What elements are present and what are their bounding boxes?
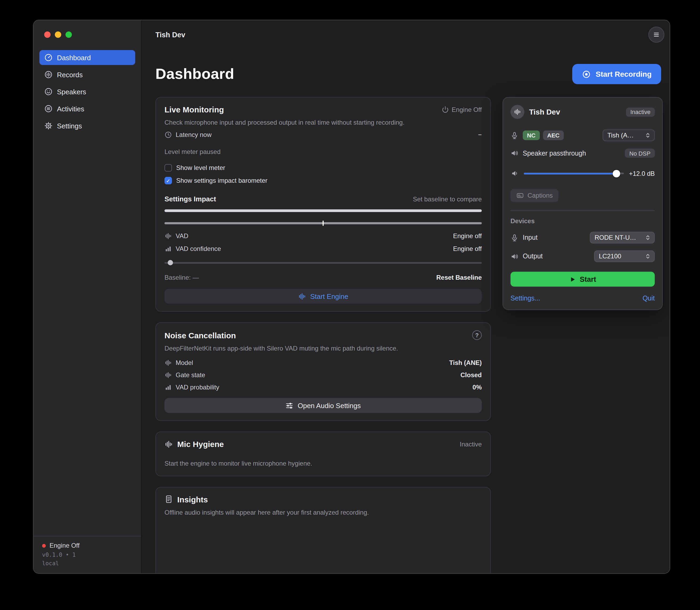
zoom-window-button[interactable]	[65, 31, 72, 38]
sidebar-item-label: Records	[57, 70, 83, 79]
aec-toggle[interactable]: AEC	[543, 130, 564, 140]
clock-icon	[165, 131, 172, 139]
vad-confidence-row: VAD confidence Engine off	[165, 245, 482, 253]
minimize-window-button[interactable]	[55, 31, 61, 38]
settings-impact-title: Settings Impact	[165, 195, 216, 203]
sidebar-item-settings[interactable]: Settings	[39, 118, 135, 133]
impact-meter-tick	[322, 221, 324, 226]
vad-confidence-label: VAD confidence	[176, 245, 221, 253]
close-window-button[interactable]	[44, 31, 51, 38]
gain-row: +12.0 dB	[511, 170, 655, 177]
sidebar-item-speakers[interactable]: Speakers	[39, 84, 135, 99]
passthrough-row: Speaker passthrough No DSP	[511, 149, 655, 158]
sidebar-item-activities[interactable]: Activities	[39, 101, 135, 116]
reset-baseline-button[interactable]: Reset Baseline	[436, 274, 482, 281]
waveform-icon	[165, 372, 172, 379]
window-title: Tish Dev	[155, 31, 185, 38]
latency-value: −	[478, 131, 482, 139]
waveform-icon	[165, 359, 172, 367]
device-panel: Tish Dev Inactive NC AEC Tish (A…	[502, 97, 663, 310]
panel-divider	[511, 210, 655, 211]
chevron-up-down-icon	[645, 235, 651, 241]
start-engine-button[interactable]: Start Engine	[165, 289, 482, 304]
vad-confidence-value: Engine off	[453, 245, 482, 253]
model-row: Model Tish (ANE)	[165, 359, 482, 367]
vad-value: Engine off	[453, 232, 482, 240]
level-meter-status: Level meter paused	[165, 148, 482, 156]
gate-state-row: Gate state Closed	[165, 372, 482, 379]
output-device-select[interactable]: LC2100	[594, 251, 655, 262]
person-circle-icon	[44, 87, 53, 96]
dsp-toggle-row: NC AEC Tish (A…	[511, 129, 655, 141]
device-panel-title: Tish Dev	[529, 108, 560, 116]
slider-knob[interactable]	[168, 260, 173, 265]
vad-probability-value: 0%	[472, 384, 482, 391]
help-icon[interactable]: ?	[472, 330, 482, 340]
sidebar-toggle-icon[interactable]	[124, 30, 134, 40]
sidebar-item-label: Activities	[57, 105, 84, 113]
live-monitoring-card: Live Monitoring Engine Off Check microph…	[155, 97, 491, 312]
main-area: Tish Dev Dashboard Start Recording	[141, 20, 670, 573]
captions-button[interactable]: Captions	[511, 189, 559, 202]
gain-slider[interactable]	[524, 170, 623, 177]
nc-toggle[interactable]: NC	[523, 130, 540, 140]
vad-confidence-slider[interactable]	[165, 260, 482, 265]
insights-card: Insights Offline audio insights will app…	[155, 487, 491, 574]
settings-link[interactable]: Settings...	[511, 294, 540, 302]
mic-hygiene-card: Mic Hygiene Inactive Start the engine to…	[155, 432, 491, 476]
captions-icon	[516, 192, 524, 199]
insights-description: Offline audio insights will appear here …	[165, 508, 482, 516]
waveform-icon	[298, 292, 306, 300]
app-window: Dashboard Records Speakers Activities Se…	[33, 20, 670, 574]
open-audio-settings-button[interactable]: Open Audio Settings	[165, 398, 482, 413]
vad-row: VAD Engine off	[165, 232, 482, 240]
environment-label: local	[42, 560, 133, 566]
output-device-row: Output LC2100	[511, 251, 655, 262]
sliders-icon	[285, 402, 293, 410]
input-device-row: Input RODE NT-U…	[511, 232, 655, 243]
waveform-icon	[165, 440, 173, 449]
show-level-meter-checkbox[interactable]	[165, 164, 172, 172]
sidebar-item-label: Settings	[57, 122, 82, 130]
set-baseline-hint: Set baseline to compare	[413, 195, 482, 203]
gauge-icon	[44, 53, 53, 62]
devices-section-label: Devices	[511, 218, 655, 225]
hamburger-icon	[652, 30, 661, 39]
engine-status-label: Engine Off	[50, 542, 80, 549]
chart-icon	[165, 384, 172, 391]
sidebar-item-records[interactable]: Records	[39, 67, 135, 82]
mic-icon	[511, 131, 518, 139]
show-barometer-row[interactable]: Show settings impact barometer	[165, 177, 482, 184]
menu-button[interactable]	[648, 27, 664, 43]
speaker-low-icon	[511, 170, 518, 177]
latency-row: Latency now −	[165, 131, 482, 139]
quit-link[interactable]: Quit	[643, 294, 655, 302]
show-barometer-checkbox[interactable]	[165, 177, 172, 184]
no-dsp-badge: No DSP	[625, 149, 655, 158]
show-level-meter-row[interactable]: Show level meter	[165, 164, 482, 172]
power-icon	[441, 106, 449, 113]
mic-icon	[511, 234, 518, 242]
live-monitoring-description: Check microphone input and processed out…	[165, 118, 482, 127]
mic-hygiene-description: Start the engine to monitor live microph…	[165, 460, 482, 468]
app-avatar	[511, 105, 524, 119]
start-recording-button[interactable]: Start Recording	[572, 64, 661, 84]
noise-cancellation-card: Noise Cancellation ? DeepFilterNetKit ru…	[155, 322, 491, 421]
device-status-badge: Inactive	[626, 107, 655, 116]
input-device-select[interactable]: RODE NT-U…	[590, 232, 655, 243]
sidebar-item-label: Dashboard	[57, 53, 91, 62]
start-button[interactable]: Start	[511, 272, 655, 287]
model-value: Tish (ANE)	[449, 359, 482, 367]
record-icon	[582, 69, 591, 79]
model-select[interactable]: Tish (A…	[603, 129, 655, 141]
output-label: Output	[523, 253, 543, 260]
sidebar-item-dashboard[interactable]: Dashboard	[39, 50, 135, 65]
chevron-up-down-icon	[645, 253, 651, 259]
list-circle-icon	[44, 105, 53, 113]
engine-status-dot	[42, 544, 46, 547]
show-level-meter-label: Show level meter	[176, 164, 225, 172]
app-version: v0.1.0 • 1	[42, 551, 133, 558]
insights-title: Insights	[165, 495, 208, 504]
gain-slider-knob[interactable]	[613, 170, 620, 177]
mic-hygiene-title: Mic Hygiene	[165, 440, 224, 449]
